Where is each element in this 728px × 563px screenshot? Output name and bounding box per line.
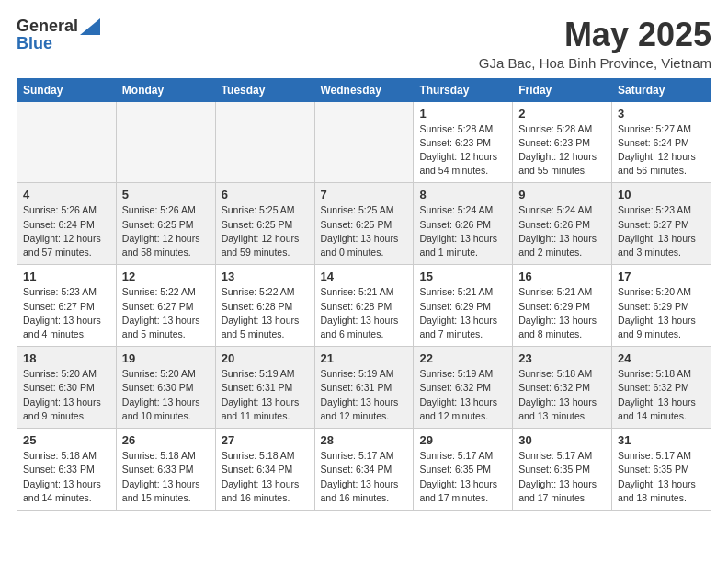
day-of-week-header: Thursday <box>414 78 513 101</box>
day-info: Sunrise: 5:21 AMSunset: 6:29 PMDaylight:… <box>518 285 606 341</box>
day-number: 7 <box>321 188 408 201</box>
calendar-cell: 4Sunrise: 5:26 AMSunset: 6:24 PMDaylight… <box>17 183 117 265</box>
day-info: Sunrise: 5:21 AMSunset: 6:28 PMDaylight:… <box>321 285 408 341</box>
calendar-cell: 17Sunrise: 5:20 AMSunset: 6:29 PMDayligh… <box>612 265 711 347</box>
calendar-cell: 31Sunrise: 5:17 AMSunset: 6:35 PMDayligh… <box>612 429 711 511</box>
title-block: May 2025 GJa Bac, Hoa Binh Province, Vie… <box>479 17 711 71</box>
calendar-cell: 2Sunrise: 5:28 AMSunset: 6:23 PMDaylight… <box>513 101 612 183</box>
calendar-cell: 15Sunrise: 5:21 AMSunset: 6:29 PMDayligh… <box>414 265 513 347</box>
day-number: 13 <box>222 270 309 283</box>
day-number: 31 <box>618 433 705 447</box>
calendar-cell: 7Sunrise: 5:25 AMSunset: 6:25 PMDaylight… <box>314 183 414 265</box>
calendar-cell: 14Sunrise: 5:21 AMSunset: 6:28 PMDayligh… <box>314 265 414 347</box>
day-of-week-header: Friday <box>513 78 612 101</box>
day-info: Sunrise: 5:27 AMSunset: 6:24 PMDaylight:… <box>618 122 705 178</box>
day-number: 6 <box>222 188 309 201</box>
calendar: SundayMondayTuesdayWednesdayThursdayFrid… <box>17 78 711 511</box>
day-number: 10 <box>618 188 705 201</box>
calendar-cell: 25Sunrise: 5:18 AMSunset: 6:33 PMDayligh… <box>17 429 117 511</box>
calendar-cell <box>314 101 414 183</box>
calendar-cell: 16Sunrise: 5:21 AMSunset: 6:29 PMDayligh… <box>513 265 612 347</box>
day-number: 14 <box>321 270 408 283</box>
calendar-cell: 19Sunrise: 5:20 AMSunset: 6:30 PMDayligh… <box>116 347 215 429</box>
logo-general: General <box>17 17 78 36</box>
day-number: 21 <box>321 351 408 365</box>
calendar-cell <box>17 101 117 183</box>
day-number: 16 <box>518 270 606 283</box>
day-number: 3 <box>618 107 705 121</box>
calendar-week-row: 4Sunrise: 5:26 AMSunset: 6:24 PMDaylight… <box>17 183 711 265</box>
day-info: Sunrise: 5:26 AMSunset: 6:25 PMDaylight:… <box>122 203 210 259</box>
day-info: Sunrise: 5:20 AMSunset: 6:29 PMDaylight:… <box>618 285 705 341</box>
day-number: 26 <box>122 433 210 447</box>
day-info: Sunrise: 5:20 AMSunset: 6:30 PMDaylight:… <box>23 367 110 423</box>
calendar-cell <box>116 101 215 183</box>
day-number: 15 <box>419 270 506 283</box>
day-info: Sunrise: 5:19 AMSunset: 6:31 PMDaylight:… <box>321 367 408 423</box>
day-number: 9 <box>518 188 606 201</box>
day-of-week-header: Wednesday <box>314 78 414 101</box>
day-number: 19 <box>122 351 210 365</box>
day-info: Sunrise: 5:19 AMSunset: 6:32 PMDaylight:… <box>419 367 506 423</box>
calendar-header-row: SundayMondayTuesdayWednesdayThursdayFrid… <box>17 78 711 101</box>
calendar-cell: 26Sunrise: 5:18 AMSunset: 6:33 PMDayligh… <box>116 429 215 511</box>
day-info: Sunrise: 5:28 AMSunset: 6:23 PMDaylight:… <box>518 122 606 178</box>
day-info: Sunrise: 5:24 AMSunset: 6:26 PMDaylight:… <box>419 203 506 259</box>
day-number: 11 <box>23 270 110 283</box>
day-number: 22 <box>419 351 506 365</box>
day-info: Sunrise: 5:26 AMSunset: 6:24 PMDaylight:… <box>23 203 110 259</box>
day-number: 23 <box>518 351 606 365</box>
main-title: May 2025 <box>479 17 711 53</box>
logo: General Blue <box>17 17 100 53</box>
calendar-cell: 27Sunrise: 5:18 AMSunset: 6:34 PMDayligh… <box>215 429 314 511</box>
day-number: 24 <box>618 351 705 365</box>
day-info: Sunrise: 5:28 AMSunset: 6:23 PMDaylight:… <box>419 122 506 178</box>
subtitle: GJa Bac, Hoa Binh Province, Vietnam <box>479 55 711 71</box>
day-of-week-header: Sunday <box>17 78 117 101</box>
day-info: Sunrise: 5:18 AMSunset: 6:34 PMDaylight:… <box>222 449 309 505</box>
calendar-cell: 12Sunrise: 5:22 AMSunset: 6:27 PMDayligh… <box>116 265 215 347</box>
day-info: Sunrise: 5:23 AMSunset: 6:27 PMDaylight:… <box>618 203 705 259</box>
calendar-cell: 1Sunrise: 5:28 AMSunset: 6:23 PMDaylight… <box>414 101 513 183</box>
calendar-cell: 5Sunrise: 5:26 AMSunset: 6:25 PMDaylight… <box>116 183 215 265</box>
calendar-cell: 10Sunrise: 5:23 AMSunset: 6:27 PMDayligh… <box>612 183 711 265</box>
calendar-cell: 6Sunrise: 5:25 AMSunset: 6:25 PMDaylight… <box>215 183 314 265</box>
day-number: 18 <box>23 351 110 365</box>
day-info: Sunrise: 5:18 AMSunset: 6:32 PMDaylight:… <box>518 367 606 423</box>
day-number: 4 <box>23 188 110 201</box>
day-info: Sunrise: 5:17 AMSunset: 6:35 PMDaylight:… <box>618 449 705 505</box>
day-info: Sunrise: 5:22 AMSunset: 6:27 PMDaylight:… <box>122 285 210 341</box>
day-info: Sunrise: 5:25 AMSunset: 6:25 PMDaylight:… <box>321 203 408 259</box>
logo-blue: Blue <box>17 34 52 53</box>
calendar-cell: 21Sunrise: 5:19 AMSunset: 6:31 PMDayligh… <box>314 347 414 429</box>
calendar-cell <box>215 101 314 183</box>
calendar-cell: 11Sunrise: 5:23 AMSunset: 6:27 PMDayligh… <box>17 265 117 347</box>
day-number: 5 <box>122 188 210 201</box>
calendar-cell: 18Sunrise: 5:20 AMSunset: 6:30 PMDayligh… <box>17 347 117 429</box>
day-number: 30 <box>518 433 606 447</box>
day-number: 17 <box>618 270 705 283</box>
day-info: Sunrise: 5:24 AMSunset: 6:26 PMDaylight:… <box>518 203 606 259</box>
day-info: Sunrise: 5:17 AMSunset: 6:35 PMDaylight:… <box>518 449 606 505</box>
calendar-cell: 13Sunrise: 5:22 AMSunset: 6:28 PMDayligh… <box>215 265 314 347</box>
day-info: Sunrise: 5:18 AMSunset: 6:33 PMDaylight:… <box>23 449 110 505</box>
calendar-cell: 29Sunrise: 5:17 AMSunset: 6:35 PMDayligh… <box>414 429 513 511</box>
day-of-week-header: Tuesday <box>215 78 314 101</box>
calendar-week-row: 1Sunrise: 5:28 AMSunset: 6:23 PMDaylight… <box>17 101 711 183</box>
day-number: 27 <box>222 433 309 447</box>
day-info: Sunrise: 5:18 AMSunset: 6:32 PMDaylight:… <box>618 367 705 423</box>
day-info: Sunrise: 5:23 AMSunset: 6:27 PMDaylight:… <box>23 285 110 341</box>
calendar-week-row: 25Sunrise: 5:18 AMSunset: 6:33 PMDayligh… <box>17 429 711 511</box>
logo-icon <box>80 18 100 35</box>
calendar-cell: 30Sunrise: 5:17 AMSunset: 6:35 PMDayligh… <box>513 429 612 511</box>
calendar-cell: 28Sunrise: 5:17 AMSunset: 6:34 PMDayligh… <box>314 429 414 511</box>
day-number: 2 <box>518 107 606 121</box>
day-info: Sunrise: 5:25 AMSunset: 6:25 PMDaylight:… <box>222 203 309 259</box>
header: General Blue May 2025 GJa Bac, Hoa Binh … <box>17 17 711 71</box>
day-info: Sunrise: 5:22 AMSunset: 6:28 PMDaylight:… <box>222 285 309 341</box>
calendar-week-row: 11Sunrise: 5:23 AMSunset: 6:27 PMDayligh… <box>17 265 711 347</box>
day-info: Sunrise: 5:17 AMSunset: 6:35 PMDaylight:… <box>419 449 506 505</box>
day-info: Sunrise: 5:20 AMSunset: 6:30 PMDaylight:… <box>122 367 210 423</box>
day-number: 8 <box>419 188 506 201</box>
day-number: 1 <box>419 107 506 121</box>
